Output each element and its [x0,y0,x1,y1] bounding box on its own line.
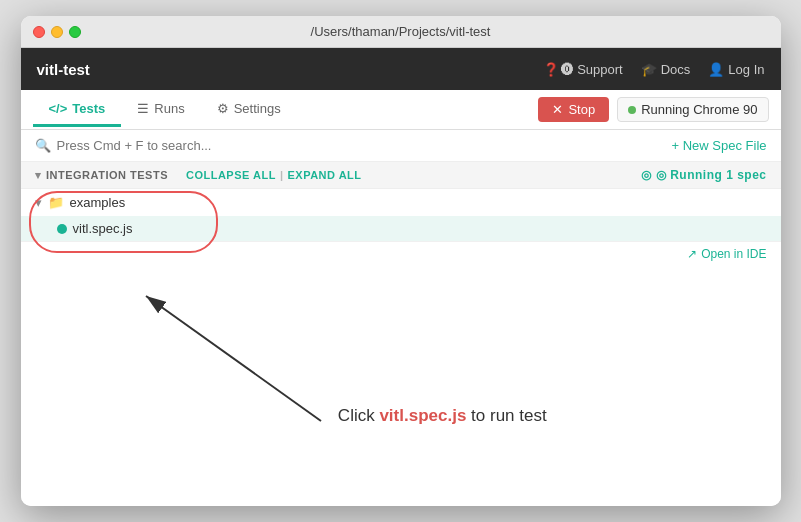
new-spec-button[interactable]: + New Spec File [671,138,766,153]
app-header: vitl-test ❓ ⓿ Support 🎓 Docs 👤 Log In [21,48,781,90]
running-spec-icon: ◎ [641,168,652,182]
running-dot [628,106,636,114]
docs-icon: 🎓 [641,62,657,77]
app-window: /Users/thaman/Projects/vitl-test vitl-te… [21,16,781,506]
titlebar: /Users/thaman/Projects/vitl-test [21,16,781,48]
docs-link[interactable]: 🎓 Docs [641,62,691,77]
stop-icon: ✕ [552,102,563,117]
folder-examples[interactable]: ▾ 📁 examples [21,189,781,216]
tab-actions: ✕ Stop Running Chrome 90 [538,97,768,122]
section-title: ▾ INTEGRATION TESTS COLLAPSE ALL | EXPAN… [35,169,642,182]
window-title: /Users/thaman/Projects/vitl-test [311,24,491,39]
tab-tests[interactable]: </> Tests [33,93,122,127]
open-ide-row: ↗ Open in IDE [21,241,781,266]
search-bar: 🔍 + New Spec File [21,130,781,162]
header-nav: ❓ ⓿ Support 🎓 Docs 👤 Log In [543,62,765,77]
stop-button[interactable]: ✕ Stop [538,97,609,122]
chevron-down-icon: ▾ [35,169,42,182]
chevron-down-icon: ▾ [35,195,42,210]
app-name: vitl-test [37,61,543,78]
runs-icon: ☰ [137,101,149,116]
tabs: </> Tests ☰ Runs ⚙ Settings [33,93,539,127]
running-badge: Running Chrome 90 [617,97,768,122]
collapse-all-button[interactable]: COLLAPSE ALL [186,169,276,181]
annotation-arrow [21,266,781,466]
maximize-button[interactable] [69,26,81,38]
click-instruction: Click vitl.spec.js to run test [338,406,547,426]
tree-group: ▾ 📁 examples vitl.spec.js [21,189,781,241]
folder-icon: 📁 [48,195,64,210]
annotation-area: Click vitl.spec.js to run test [21,266,781,466]
collapse-expand: COLLAPSE ALL | EXPAND ALL [186,169,362,181]
open-ide-button[interactable]: ↗ Open in IDE [687,247,766,261]
traffic-lights [33,26,81,38]
spinner-icon [57,224,67,234]
search-input-wrap: 🔍 [35,138,672,153]
svg-line-1 [146,296,321,421]
support-icon: ❓ [543,62,559,77]
search-icon: 🔍 [35,138,51,153]
external-link-icon: ↗ [687,247,697,261]
tab-runs[interactable]: ☰ Runs [121,93,200,127]
tab-settings[interactable]: ⚙ Settings [201,93,297,127]
support-link[interactable]: ❓ ⓿ Support [543,62,623,77]
file-vitl-spec[interactable]: vitl.spec.js [21,216,781,241]
search-input[interactable] [57,138,257,153]
gear-icon: ⚙ [217,101,229,116]
code-icon: </> [49,101,68,116]
login-link[interactable]: 👤 Log In [708,62,764,77]
minimize-button[interactable] [51,26,63,38]
user-icon: 👤 [708,62,724,77]
tab-bar: </> Tests ☰ Runs ⚙ Settings ✕ Stop Runni… [21,90,781,130]
tree-section-header: ▾ INTEGRATION TESTS COLLAPSE ALL | EXPAN… [21,162,781,189]
close-button[interactable] [33,26,45,38]
file-tree-area: ▾ INTEGRATION TESTS COLLAPSE ALL | EXPAN… [21,162,781,506]
expand-all-button[interactable]: EXPAND ALL [287,169,361,181]
running-status: ◎ ◎ Running 1 spec [641,168,766,182]
